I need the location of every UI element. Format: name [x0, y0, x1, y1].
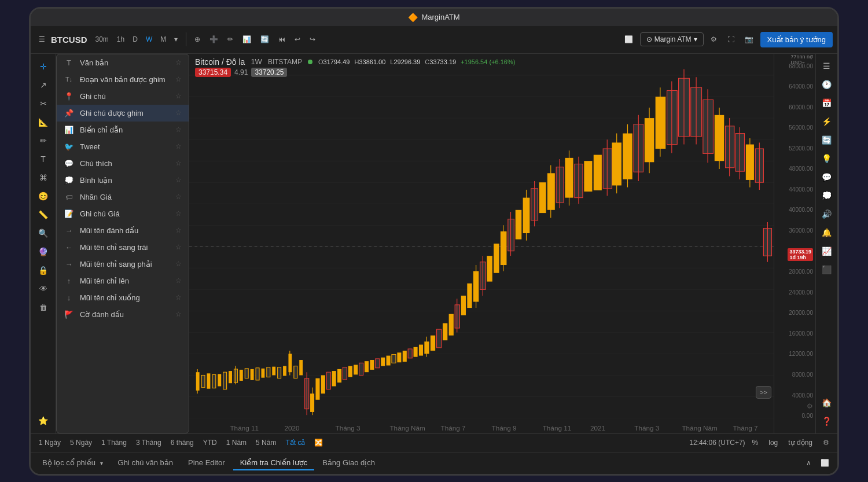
- chart-settings-btn[interactable]: ⚙: [819, 437, 833, 448]
- right-refresh-btn[interactable]: 🔄: [819, 133, 835, 148]
- menu-star-comment[interactable]: ☆: [175, 159, 182, 167]
- tool-crosshair[interactable]: ⊕: [191, 33, 204, 46]
- publish-button[interactable]: Xuất bản ý tưởng: [760, 32, 833, 47]
- auto-toggle[interactable]: tự động: [785, 437, 816, 448]
- margin-atm-button[interactable]: ⊙ Margin ATM ▾: [640, 32, 704, 46]
- tab-pine-editor[interactable]: Pine Editor: [181, 456, 232, 470]
- time-compare[interactable]: 🔀: [311, 437, 326, 448]
- tool-add[interactable]: ➕: [206, 33, 222, 46]
- interval-1h[interactable]: 1h: [113, 34, 128, 45]
- menu-item-price-label[interactable]: 🏷 Nhãn Giá ☆: [57, 189, 189, 205]
- right-grid-btn[interactable]: ⬛: [819, 262, 835, 277]
- tab-text-note[interactable]: Ghi chú văn bản: [111, 456, 180, 470]
- left-tool-brush[interactable]: ✏: [34, 133, 53, 149]
- left-tool-star[interactable]: ⭐: [34, 413, 53, 429]
- left-tool-cursor[interactable]: ✛: [34, 58, 53, 75]
- right-watchlist-btn[interactable]: ☰: [819, 58, 835, 73]
- time-5year[interactable]: 5 Năm: [252, 437, 279, 448]
- right-comment-btn[interactable]: 💭: [819, 188, 835, 203]
- menu-star-price-label[interactable]: ☆: [175, 193, 182, 201]
- left-tool-magnet[interactable]: 🔮: [34, 244, 53, 260]
- menu-item-arrow-down[interactable]: ↓ Mũi tên chỉ xuống ☆: [57, 289, 189, 306]
- interval-30m[interactable]: 30m: [92, 34, 112, 45]
- menu-star-flag[interactable]: ☆: [175, 310, 182, 318]
- tab-strategy-test[interactable]: Kiểm tra Chiến lược: [233, 456, 315, 470]
- menu-button[interactable]: ☰: [35, 33, 49, 46]
- menu-star-review[interactable]: ☆: [175, 176, 182, 184]
- menu-item-text[interactable]: T Văn bản ☆: [57, 54, 189, 71]
- fullscreen-toggle[interactable]: ⬜: [621, 33, 637, 46]
- menu-star-arrow-up[interactable]: ☆: [175, 277, 182, 285]
- left-tool-text[interactable]: T: [34, 151, 53, 167]
- expand-panel-btn[interactable]: >>: [756, 386, 771, 399]
- menu-star-indicator[interactable]: ☆: [175, 126, 182, 134]
- menu-star-text[interactable]: ☆: [175, 58, 182, 67]
- tool-draw[interactable]: ✏: [224, 33, 237, 46]
- interval-w[interactable]: W: [142, 34, 156, 45]
- right-help-btn[interactable]: ❓: [819, 414, 835, 429]
- time-5day[interactable]: 5 Ngày: [67, 437, 95, 448]
- menu-item-flag[interactable]: 🚩 Cờ đánh dấu ☆: [57, 306, 189, 323]
- menu-item-comment[interactable]: 💬 Chú thích ☆: [57, 155, 189, 172]
- tool-redo[interactable]: ↪: [306, 33, 319, 46]
- right-calendar-btn[interactable]: 📅: [819, 95, 835, 111]
- tool-undo[interactable]: ↩: [291, 33, 304, 46]
- menu-star-note[interactable]: ☆: [175, 92, 182, 100]
- tool-replay[interactable]: ⏮: [275, 33, 289, 46]
- tab-stock-filter[interactable]: Bộ lọc cổ phiếu ▾: [35, 456, 110, 470]
- tool-indicator[interactable]: 📊: [239, 33, 255, 46]
- left-tool-lines[interactable]: ✂: [34, 95, 53, 112]
- interval-m[interactable]: M: [157, 34, 170, 45]
- time-6month[interactable]: 6 tháng: [167, 437, 197, 448]
- time-ytd[interactable]: YTD: [200, 437, 220, 448]
- right-alert-btn[interactable]: 🕐: [819, 77, 835, 92]
- camera-btn[interactable]: 📷: [741, 33, 757, 46]
- axis-settings-btn[interactable]: ⚙: [807, 402, 813, 410]
- expand-btn[interactable]: ⛶: [724, 33, 738, 46]
- right-chat-btn[interactable]: 💬: [819, 170, 835, 185]
- right-chart-type-btn[interactable]: 📈: [819, 244, 835, 259]
- log-toggle[interactable]: log: [765, 437, 781, 448]
- left-tool-zoom[interactable]: 🔍: [34, 225, 53, 241]
- time-1day[interactable]: 1 Ngày: [35, 437, 64, 448]
- menu-star-arrow-mark[interactable]: ☆: [175, 226, 182, 234]
- left-tool-lock[interactable]: 🔒: [34, 262, 53, 278]
- settings-btn[interactable]: ⚙: [707, 33, 720, 46]
- left-tool-delete[interactable]: 🗑: [34, 299, 53, 315]
- time-3month[interactable]: 3 Tháng: [133, 437, 165, 448]
- right-ideas-btn[interactable]: 💡: [819, 151, 835, 166]
- left-tool-emoji[interactable]: 😊: [34, 188, 53, 204]
- menu-item-arrow-left[interactable]: ← Mũi tên chỉ sang trái ☆: [57, 239, 189, 256]
- time-1month[interactable]: 1 Tháng: [98, 437, 130, 448]
- tab-maximize-btn[interactable]: ⬜: [817, 458, 833, 468]
- chart-area[interactable]: Bitcoin / Đô la 1W BITSTAMP O31794.49 H3…: [189, 54, 774, 433]
- time-1year[interactable]: 1 Năm: [223, 437, 250, 448]
- left-tool-fib[interactable]: 📐: [34, 114, 53, 130]
- right-news-btn[interactable]: ⚡: [819, 114, 835, 129]
- left-tool-measure[interactable]: 📏: [34, 207, 53, 223]
- menu-star-arrow-right[interactable]: ☆: [175, 260, 182, 268]
- menu-item-review[interactable]: 💭 Bình luận ☆: [57, 172, 189, 189]
- menu-item-price-note[interactable]: 📝 Ghi chú Giá ☆: [57, 205, 189, 222]
- left-tool-eye[interactable]: 👁: [34, 281, 53, 297]
- interval-dropdown[interactable]: ▾: [171, 34, 181, 45]
- tab-collapse-btn[interactable]: ∧: [803, 458, 815, 468]
- right-home-btn[interactable]: 🏠: [819, 395, 835, 410]
- right-audio-btn[interactable]: 🔊: [819, 207, 835, 222]
- tool-strategy[interactable]: 🔄: [257, 33, 273, 46]
- menu-item-note-pinned[interactable]: 📌 Ghi chú được ghim ☆: [57, 105, 189, 122]
- time-all[interactable]: Tất cả: [282, 437, 308, 448]
- menu-item-note[interactable]: 📍 Ghi chú ☆: [57, 88, 189, 105]
- left-tool-arrow[interactable]: ↗: [34, 77, 53, 93]
- menu-item-para[interactable]: T↓ Đoạn văn bản được ghim ☆: [57, 71, 189, 88]
- menu-item-arrow-up[interactable]: ↑ Mũi tên chỉ lên ☆: [57, 273, 189, 289]
- menu-star-arrow-down[interactable]: ☆: [175, 293, 182, 301]
- menu-star-para[interactable]: ☆: [175, 75, 182, 83]
- tab-trading-panel[interactable]: Bảng Giao dịch: [315, 456, 382, 470]
- right-notify-btn[interactable]: 🔔: [819, 225, 835, 240]
- menu-item-tweet[interactable]: 🐦 Tweet ☆: [57, 138, 189, 155]
- left-tool-pattern[interactable]: ⌘: [34, 170, 53, 186]
- pct-toggle[interactable]: %: [749, 437, 762, 448]
- menu-star-price-note[interactable]: ☆: [175, 209, 182, 218]
- menu-star-arrow-left[interactable]: ☆: [175, 243, 182, 251]
